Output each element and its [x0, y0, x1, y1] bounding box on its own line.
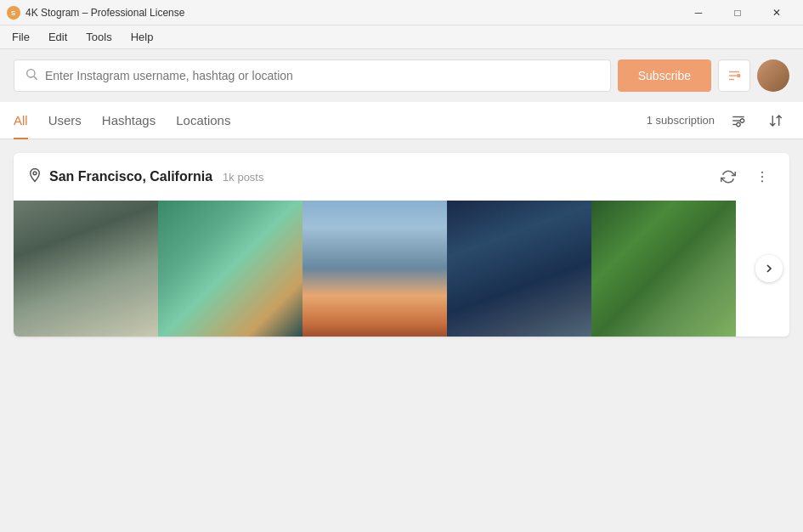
subscribe-button[interactable]: Subscribe — [618, 59, 711, 92]
menu-bar: File Edit Tools Help — [0, 25, 803, 49]
svg-point-10 — [740, 118, 744, 122]
minimize-button[interactable]: ─ — [679, 0, 718, 25]
tab-hashtags[interactable]: Hashtags — [102, 103, 156, 139]
app-body: Subscribe All Users Hashtags Locations 1… — [0, 49, 803, 532]
search-area: Subscribe — [0, 49, 803, 102]
filter-button[interactable] — [718, 59, 750, 92]
photo-item-5[interactable] — [591, 201, 736, 337]
photo-item-3[interactable] — [303, 201, 447, 337]
window-controls: ─ □ ✕ — [679, 0, 796, 25]
next-photos-button[interactable] — [755, 255, 783, 282]
svg-point-16 — [761, 172, 763, 173]
svg-line-3 — [34, 76, 37, 80]
svg-point-18 — [761, 180, 763, 182]
app-icon: S — [7, 6, 20, 20]
tab-all[interactable]: All — [14, 103, 28, 139]
title-bar-left: S 4K Stogram – Professional License — [7, 6, 184, 20]
tabs-list: All Users Hashtags Locations — [14, 103, 647, 139]
search-icon — [25, 67, 38, 84]
photo-item-1[interactable] — [14, 201, 158, 337]
svg-point-15 — [33, 172, 37, 175]
location-pin-icon — [27, 167, 42, 186]
sort-button[interactable] — [762, 107, 789, 134]
svg-point-7 — [738, 75, 740, 77]
content-area: San Francisco, California 1k posts — [0, 139, 803, 532]
photo-item-2[interactable] — [158, 201, 303, 337]
search-input[interactable] — [45, 69, 600, 82]
tabs-right-controls: 1 subscription — [647, 107, 789, 134]
location-name: San Francisco, California — [49, 169, 212, 184]
svg-point-17 — [761, 176, 763, 178]
menu-tools[interactable]: Tools — [77, 27, 120, 47]
svg-point-2 — [27, 70, 35, 77]
svg-point-12 — [737, 122, 741, 127]
avatar-image — [757, 59, 789, 92]
app-title: 4K Stogram – Professional License — [25, 7, 184, 19]
svg-text:S: S — [11, 9, 15, 17]
tabs-area: All Users Hashtags Locations 1 subscript… — [0, 102, 803, 139]
menu-help[interactable]: Help — [122, 27, 162, 47]
photo-item-4[interactable] — [447, 201, 591, 337]
menu-edit[interactable]: Edit — [40, 27, 76, 47]
more-options-button[interactable] — [749, 163, 776, 190]
tab-users[interactable]: Users — [48, 103, 82, 139]
subscription-count: 1 subscription — [647, 114, 715, 127]
tab-locations[interactable]: Locations — [176, 103, 230, 139]
avatar[interactable] — [757, 59, 789, 92]
post-count: 1k posts — [223, 171, 263, 184]
location-card: San Francisco, California 1k posts — [14, 153, 789, 337]
refresh-button[interactable] — [715, 163, 742, 190]
title-bar: S 4K Stogram – Professional License ─ □ … — [0, 0, 803, 25]
menu-file[interactable]: File — [3, 27, 38, 47]
close-button[interactable]: ✕ — [757, 0, 796, 25]
search-box — [14, 59, 611, 92]
card-header: San Francisco, California 1k posts — [14, 153, 789, 201]
search-filter-button[interactable] — [725, 107, 752, 134]
photo-grid — [14, 201, 789, 337]
maximize-button[interactable]: □ — [718, 0, 757, 25]
card-actions — [715, 163, 776, 190]
